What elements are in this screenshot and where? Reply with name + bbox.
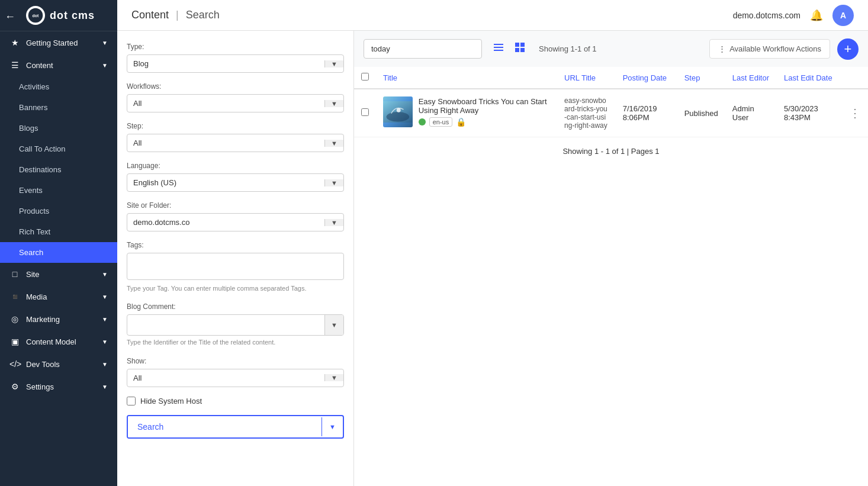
sidebar-item-activities[interactable]: Activities	[0, 76, 117, 97]
sidebar-item-media[interactable]: ◾ Media ▼	[0, 285, 117, 308]
sidebar-item-blogs[interactable]: Blogs	[0, 118, 117, 139]
select-all-checkbox[interactable]	[361, 73, 369, 81]
sidebar-item-settings[interactable]: ⚙ Settings ▼	[0, 375, 117, 398]
domain-label: demo.dotcms.com	[733, 11, 801, 20]
header-separator: |	[176, 9, 179, 21]
grid-view-button[interactable]	[510, 38, 529, 60]
row-title-info: Easy Snowboard Tricks You can Start Usin…	[419, 97, 550, 127]
step-filter-group: Step: All ▼	[127, 122, 344, 152]
svg-text:dot: dot	[33, 14, 40, 18]
sidebar-item-site[interactable]: □ Site ▼	[0, 263, 117, 285]
row-thumbnail	[383, 96, 413, 127]
col-posting-date[interactable]: Posting Date	[616, 67, 677, 89]
search-button[interactable]: Search	[128, 416, 322, 437]
sidebar-subnav: Activities Banners Blogs Call To Action …	[0, 76, 117, 263]
row-more-button[interactable]: ⋮	[849, 106, 861, 120]
language-select-arrow[interactable]: ▼	[324, 179, 343, 186]
step-select[interactable]: All	[127, 134, 324, 152]
tags-label: Tags:	[127, 241, 344, 249]
main-content: Content | Search demo.dotcms.com 🔔 A Typ…	[117, 0, 868, 486]
settings-icon: ⚙	[9, 382, 20, 391]
workflows-select-wrap: All ▼	[127, 94, 344, 112]
svg-rect-8	[520, 48, 525, 52]
step-select-arrow[interactable]: ▼	[324, 140, 343, 147]
sidebar-item-rich-text[interactable]: Rich Text	[0, 221, 117, 242]
dev-tools-chevron: ▼	[102, 361, 108, 368]
results-table-container: Title URL Title Posting Date Step	[354, 67, 868, 486]
sidebar-item-events[interactable]: Events	[0, 180, 117, 201]
sidebar: ← dot dot cms ★ Getting Started ▼ ☰ Cont…	[0, 0, 117, 486]
row-checkbox[interactable]	[361, 108, 369, 116]
show-select-arrow[interactable]: ▼	[324, 374, 343, 381]
user-avatar[interactable]: A	[832, 5, 854, 26]
tags-filter-group: Tags: Type your Tag. You can enter multi…	[127, 241, 344, 293]
workflow-actions-button[interactable]: ⋮ Available Workflow Actions	[709, 39, 830, 59]
add-content-button[interactable]: +	[837, 38, 859, 60]
row-more-actions-cell: ⋮	[842, 89, 868, 137]
site-icon: □	[9, 269, 20, 279]
site-folder-select[interactable]: demo.dotcms.co	[127, 214, 324, 231]
svg-rect-4	[494, 50, 503, 51]
list-view-button[interactable]	[489, 38, 508, 60]
results-table: Title URL Title Posting Date Step	[354, 67, 868, 137]
back-button[interactable]: ←	[5, 11, 15, 23]
showing-count: Showing 1-1 of 1	[539, 44, 597, 53]
col-url-title[interactable]: URL Title	[557, 67, 616, 89]
status-dot	[419, 118, 426, 125]
col-title[interactable]: Title	[376, 67, 557, 89]
lock-icon: 🔒	[456, 117, 466, 127]
blog-comment-input[interactable]	[127, 317, 324, 334]
svg-rect-3	[494, 47, 503, 48]
sidebar-item-destinations[interactable]: Destinations	[0, 159, 117, 180]
hide-system-host-row: Hide System Host	[127, 397, 344, 405]
blog-comment-hint: Type the Identifier or the Title of the …	[127, 338, 344, 347]
sidebar-item-call-to-action[interactable]: Call To Action	[0, 139, 117, 159]
showing-summary: Showing 1 - 1 of 1 | Pages 1	[354, 137, 868, 165]
sidebar-logo-area: ← dot dot cms	[0, 0, 117, 31]
col-actions	[842, 67, 868, 89]
blog-comment-arrow[interactable]: ▼	[324, 315, 343, 335]
site-folder-filter-group: Site or Folder: demo.dotcms.co ▼	[127, 201, 344, 231]
workflows-select[interactable]: All	[127, 95, 324, 112]
col-step[interactable]: Step	[677, 67, 725, 89]
type-select[interactable]: Blog All Activities Banners	[127, 55, 324, 72]
sidebar-item-marketing[interactable]: ◎ Marketing ▼	[0, 308, 117, 330]
row-step-cell: Published	[677, 89, 725, 137]
step-select-wrap: All ▼	[127, 134, 344, 152]
logo-text: dot cms	[50, 9, 95, 22]
sidebar-item-search[interactable]: Search	[0, 242, 117, 263]
sidebar-item-products[interactable]: Products	[0, 201, 117, 221]
type-select-arrow[interactable]: ▼	[324, 60, 343, 67]
search-button-dropdown[interactable]: ▼	[322, 417, 343, 436]
sidebar-item-content-model[interactable]: ▣ Content Model ▼	[0, 330, 117, 353]
sidebar-item-banners[interactable]: Banners	[0, 97, 117, 118]
sidebar-item-content[interactable]: ☰ Content ▼	[0, 54, 117, 76]
blog-comment-wrap: ▼	[127, 314, 344, 336]
blog-comment-filter-group: Blog Comment: ▼ Type the Identifier or t…	[127, 302, 344, 347]
workflows-label: Workflows:	[127, 82, 344, 91]
header: Content | Search demo.dotcms.com 🔔 A	[117, 0, 868, 31]
sidebar-item-dev-tools[interactable]: </> Dev Tools ▼	[0, 353, 117, 375]
main-search-input[interactable]	[364, 39, 482, 59]
site-folder-select-arrow[interactable]: ▼	[324, 219, 343, 226]
content-chevron: ▼	[102, 62, 108, 69]
col-last-editor[interactable]: Last Editor	[725, 67, 777, 89]
getting-started-icon: ★	[9, 38, 20, 47]
notification-bell-icon[interactable]: 🔔	[810, 9, 823, 22]
type-select-wrap: Blog All Activities Banners ▼	[127, 54, 344, 73]
col-last-edit-date[interactable]: Last Edit Date	[777, 67, 842, 89]
workflows-select-arrow[interactable]: ▼	[324, 100, 343, 107]
header-title: Content | Search	[131, 9, 220, 21]
show-label: Show:	[127, 357, 344, 365]
language-select-wrap: English (US) Spanish ▼	[127, 173, 344, 192]
tags-input[interactable]	[127, 253, 344, 280]
media-icon: ◾	[9, 292, 20, 301]
site-chevron: ▼	[102, 271, 108, 278]
hide-system-host-checkbox[interactable]	[127, 397, 136, 405]
show-select[interactable]: All	[127, 369, 324, 387]
view-toggle	[489, 38, 529, 60]
hide-system-host-label[interactable]: Hide System Host	[140, 397, 202, 405]
header-section: Content	[131, 9, 169, 21]
sidebar-item-getting-started[interactable]: ★ Getting Started ▼	[0, 31, 117, 54]
language-select[interactable]: English (US) Spanish	[127, 174, 324, 191]
